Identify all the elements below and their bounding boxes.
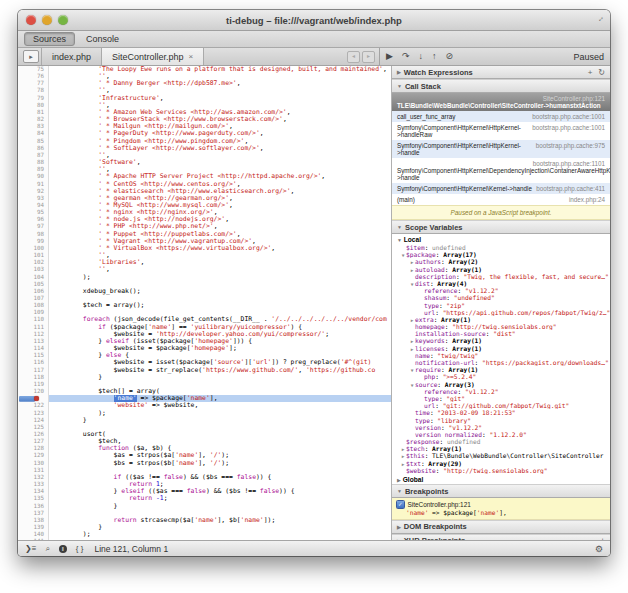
callstack-frame[interactable]: bootstrap.php.cache:975Symfony\Component… (392, 140, 610, 158)
callstack-frame[interactable]: bootstrap.php.cache:1001call_user_func_a… (392, 111, 610, 122)
line-number-gutter[interactable]: 78 (18, 87, 49, 94)
code-line[interactable]: 114$website = $package['homepage']; (18, 345, 391, 352)
line-number-gutter[interactable]: 141 (18, 538, 49, 540)
code-text[interactable]: $website = isset($package['source']['url… (49, 359, 391, 366)
line-number-gutter[interactable]: 97 (18, 223, 49, 230)
code-line[interactable]: 115} else { (18, 352, 391, 359)
code-line[interactable]: 106xdebug_break(); (18, 288, 391, 295)
scope-variable[interactable]: ▶authors: Array(2) (392, 258, 610, 265)
code-text[interactable]: $as = strpos($a['name'], '/'); (49, 452, 391, 459)
line-number-gutter[interactable]: 132 (18, 474, 49, 481)
code-line[interactable]: 117$website = str_replace('https://www.g… (18, 367, 391, 374)
resume-button[interactable]: ▶ (386, 52, 393, 61)
code-line[interactable]: 83' * Mailgun <http://mailgun.com/>', (18, 123, 391, 130)
code-line[interactable]: 134} elseif (($as === false) && ($bs !==… (18, 488, 391, 495)
line-number-gutter[interactable]: 118 (18, 374, 49, 381)
scope-variable[interactable]: reference: "v1.12.2" (392, 388, 610, 395)
code-text[interactable]: function ($a, $b) { (49, 445, 391, 452)
code-text[interactable] (49, 295, 391, 302)
scope-global-group[interactable]: ▶ Global (392, 474, 610, 484)
line-number-gutter[interactable]: 128 (18, 445, 49, 452)
code-line[interactable]: 127$tech, (18, 438, 391, 445)
line-number-gutter[interactable]: 107 (18, 295, 49, 302)
scope-variable[interactable]: url: "https://api.github.com/repos/fabpo… (392, 309, 610, 316)
line-number-gutter[interactable]: 75 (18, 66, 49, 73)
code-text[interactable] (49, 510, 391, 517)
code-text[interactable]: '', (49, 252, 391, 259)
code-line[interactable]: 133return 1; (18, 481, 391, 488)
code-text[interactable]: $bs = strpos($b['name'], '/'); (49, 460, 391, 467)
scope-variable[interactable]: ▶$tech: Array(1) (392, 445, 610, 452)
code-line[interactable]: 97' * PHP <http://www.php.net/>', (18, 223, 391, 230)
line-number-gutter[interactable]: 137 (18, 510, 49, 517)
line-number-gutter[interactable]: 124 (18, 417, 49, 424)
code-text[interactable]: $website = 'http://developer.yahoo.com/y… (49, 331, 391, 338)
code-line[interactable]: 135return -1; (18, 495, 391, 502)
scope-variable[interactable]: homepage: "http://twig.sensiolabs.org" (392, 323, 610, 330)
code-text[interactable]: } elseif (($as === false) && ($bs !== fa… (49, 488, 391, 495)
code-text[interactable]: } (49, 374, 391, 381)
code-text[interactable]: ' * Amazon Web Services <http://aws.amaz… (49, 109, 391, 116)
line-number-gutter[interactable]: 114 (18, 345, 49, 352)
line-number-gutter[interactable]: 76 (18, 73, 49, 80)
code-text[interactable]: ' * Mailgun <http://mailgun.com/>', (49, 123, 391, 130)
line-number-gutter[interactable]: 99 (18, 238, 49, 245)
code-line[interactable]: 112$website = 'http://developer.yahoo.co… (18, 331, 391, 338)
code-line[interactable]: 123); (18, 410, 391, 417)
line-number-gutter[interactable]: 117 (18, 367, 49, 374)
code-text[interactable]: 'Software', (49, 159, 391, 166)
code-line[interactable]: 94' * MySQL <http://www.mysql.com/>', (18, 202, 391, 209)
line-number-gutter[interactable]: 104 (18, 274, 49, 281)
toggle-breakpoints-button[interactable]: ⊘ (445, 52, 453, 61)
code-line[interactable]: 100' * VirtualBox <https://www.virtualbo… (18, 245, 391, 252)
code-text[interactable]: ' * BrowserStack <http://www.browserstac… (49, 116, 391, 123)
code-text[interactable]: } else { (49, 352, 391, 359)
code-text[interactable]: if (($as !== false) && ($bs === false)) … (49, 474, 391, 481)
code-line[interactable]: 139} (18, 524, 391, 531)
code-text[interactable]: '', (49, 87, 391, 94)
scope-variable[interactable]: $response: undefined (392, 438, 610, 445)
code-text[interactable]: '', (49, 152, 391, 159)
code-text[interactable]: '', (49, 102, 391, 109)
line-number-gutter[interactable]: 111 (18, 324, 49, 331)
line-number-gutter[interactable]: 140 (18, 531, 49, 538)
code-text[interactable]: ' * CentOS <http://www.centos.org/>', (49, 181, 391, 188)
line-number-gutter[interactable]: 85 (18, 138, 49, 145)
code-line[interactable]: 76'', (18, 73, 391, 80)
code-line[interactable]: 88'Software', (18, 159, 391, 166)
code-text[interactable]: if ($package['name'] == 'yuilibrary/yuic… (49, 324, 391, 331)
code-text[interactable]: ' * elasticsearch <http://www.elasticsea… (49, 188, 391, 195)
line-number-gutter[interactable]: 122 (18, 402, 49, 409)
code-line[interactable]: 102'Libraries', (18, 259, 391, 266)
line-number-gutter[interactable]: 86 (18, 145, 49, 152)
code-line[interactable]: 132if (($as !== false) && ($bs === false… (18, 474, 391, 481)
code-text[interactable]: ' * nginx <http://nginx.org/>', (49, 209, 391, 216)
line-number-gutter[interactable]: 80 (18, 102, 49, 109)
line-number-gutter[interactable]: 113 (18, 338, 49, 345)
scope-variable[interactable]: php: ">=5.2.4" (392, 373, 610, 380)
scope-variable[interactable]: time: "2013-02-09 18:21:53" (392, 409, 610, 416)
scope-variable[interactable]: ▶licenses: Array(1) (392, 345, 610, 352)
line-number-gutter[interactable]: 95 (18, 209, 49, 216)
line-number-gutter[interactable]: 112 (18, 331, 49, 338)
scope-variable[interactable]: version: "v1.12.2" (392, 424, 610, 431)
code-line[interactable]: 119 (18, 381, 391, 388)
code-text[interactable]: 'name' => $package['name'], (49, 395, 391, 402)
code-line[interactable]: 87'', (18, 152, 391, 159)
line-number-gutter[interactable]: 134 (18, 488, 49, 495)
line-number-gutter[interactable]: 88 (18, 159, 49, 166)
line-number-gutter[interactable]: 120 (18, 388, 49, 395)
scope-variable[interactable]: url: "git://github.com/fabpot/Twig.git" (392, 402, 610, 409)
scope-variable[interactable]: type: "git" (392, 395, 610, 402)
code-line[interactable]: 93' * gearman <http://gearman.org/>', (18, 195, 391, 202)
line-number-gutter[interactable]: 125 (18, 424, 49, 431)
add-watch-icon[interactable]: + (588, 68, 593, 77)
code-line[interactable]: 107 (18, 295, 391, 302)
line-number-gutter[interactable]: 123 (18, 410, 49, 417)
code-line[interactable]: 90' * Apache HTTP Server Project <http:/… (18, 173, 391, 180)
code-line[interactable]: 136} (18, 503, 391, 510)
show-navigator-icon[interactable]: ▸ (23, 50, 39, 63)
code-line[interactable]: 113} elseif (isset($package['homepage'])… (18, 338, 391, 345)
code-text[interactable]: '', (49, 73, 391, 80)
scope-variable[interactable]: notification-url: "https://packagist.org… (392, 359, 610, 366)
